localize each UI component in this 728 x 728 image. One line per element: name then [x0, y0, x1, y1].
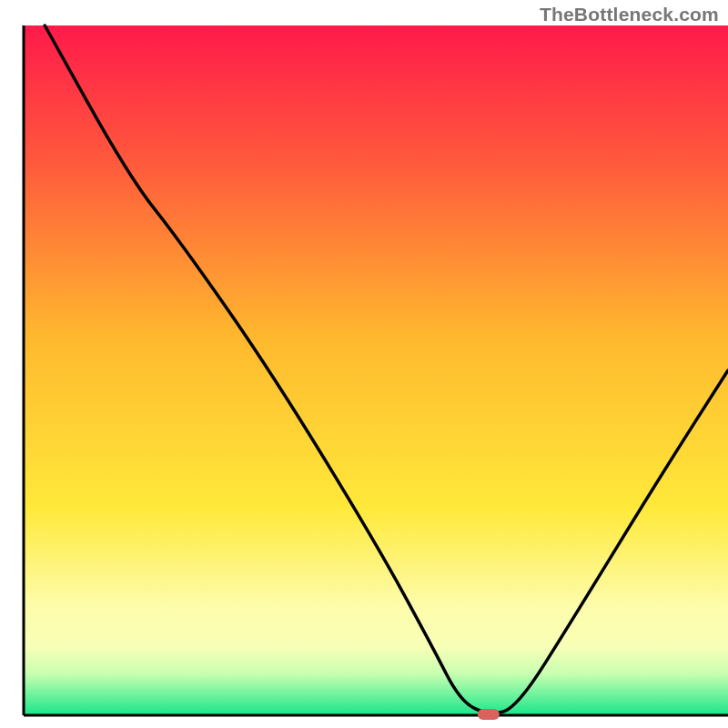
plot-background: [24, 25, 728, 715]
bottleneck-chart: [0, 0, 728, 728]
watermark-text: TheBottleneck.com: [540, 4, 719, 25]
optimal-marker: [478, 709, 500, 720]
chart-container: TheBottleneck.com: [0, 0, 728, 728]
